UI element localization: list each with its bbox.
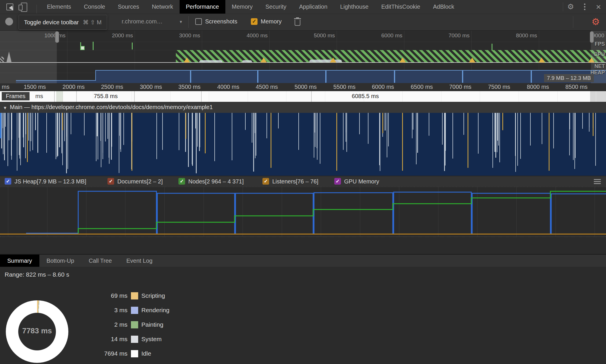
record-button[interactable]: [5, 18, 13, 25]
performance-toolbar: Toggle device toolbar ⌘ ⇧ M r.chrome.com…: [0, 14, 606, 30]
activity-tick: [412, 113, 412, 138]
details-tab-event-log[interactable]: Event Log: [119, 255, 160, 267]
tab-elements[interactable]: Elements: [41, 0, 77, 14]
disclosure-triangle-icon[interactable]: ▼: [3, 105, 7, 110]
screenshots-checkbox[interactable]: [195, 18, 202, 25]
activity-tick: [573, 113, 574, 160]
legend-label: Idle: [141, 350, 151, 357]
details-tab-call-tree[interactable]: Call Tree: [81, 255, 119, 267]
check-icon: ✓: [251, 18, 258, 25]
activity-tick: [589, 113, 589, 127]
activity-tick: [3, 113, 3, 128]
details-tab-bottom-up[interactable]: Bottom-Up: [39, 255, 82, 267]
frames-track[interactable]: Frames ms 755.8 ms 6085.5 ms: [0, 91, 606, 102]
timeline-overview[interactable]: 1000 ms2000 ms3000 ms4000 ms5000 ms6000 …: [0, 30, 606, 84]
legend-row: 7694 msIdle: [81, 350, 226, 359]
legend-row: 14 msSystem: [81, 335, 226, 344]
legend-swatch-rendering: [131, 307, 138, 314]
main-track-header[interactable]: ▼ Main — https://developer.chrome.com/de…: [0, 102, 606, 113]
memory-counters-chart[interactable]: [0, 187, 606, 237]
tab-lighthouse[interactable]: Lighthouse: [334, 0, 375, 14]
activity-tick: [520, 113, 521, 159]
ruler-tick-label: 6000 ms: [372, 84, 394, 90]
chevron-down-icon[interactable]: ▼: [179, 20, 183, 24]
documents-checkbox[interactable]: ✓: [107, 178, 114, 185]
selection-handle-left[interactable]: [55, 31, 59, 43]
warning-triangle-icon: [184, 58, 190, 62]
activity-tick: [359, 113, 360, 134]
lane-label-fps: FPS: [595, 41, 605, 47]
activity-tick: [379, 113, 380, 165]
tab-adblock[interactable]: AdBlock: [427, 0, 461, 14]
main-track-title: Main — https://developer.chrome.com/devt…: [10, 104, 213, 111]
activity-tick: [96, 113, 96, 161]
tab-sources[interactable]: Sources: [112, 0, 145, 14]
activity-tick: [123, 113, 124, 145]
frame-ruler-tick: [132, 91, 132, 102]
activity-tick: [119, 113, 120, 136]
gpu-memory-checkbox[interactable]: ✓: [334, 178, 341, 185]
activity-tick: [62, 113, 63, 130]
activity-tick: [30, 113, 30, 151]
activity-tick: [17, 113, 17, 171]
details-tab-summary[interactable]: Summary: [0, 255, 39, 267]
activity-tick: [205, 113, 206, 153]
settings-gear-icon[interactable]: ⚙: [563, 0, 578, 14]
warning-triangle-icon: [260, 58, 267, 62]
tab-memory[interactable]: Memory: [225, 0, 259, 14]
activity-tick: [32, 113, 33, 150]
device-toolbar-icon-inner: [19, 5, 23, 10]
ruler-partial-label: ms: [2, 84, 10, 90]
ruler-tick-label: 3500 ms: [178, 84, 201, 90]
track-scroll-indicator[interactable]: [0, 113, 1, 138]
activity-tick: [84, 113, 85, 135]
memory-label[interactable]: Memory: [261, 18, 282, 25]
activity-tick: [317, 113, 317, 148]
tab-console[interactable]: Console: [77, 0, 111, 14]
nodes-checkbox[interactable]: ✓: [178, 178, 185, 185]
activity-tick: [9, 113, 9, 140]
js-heap-checkbox[interactable]: ✓: [5, 178, 11, 185]
tab-editthiscookie[interactable]: EditThisCookie: [375, 0, 427, 14]
tab-application[interactable]: Application: [293, 0, 334, 14]
profile-url-select[interactable]: r.chrome.com…: [122, 18, 163, 25]
legend-value: 69 ms: [81, 292, 127, 299]
activity-tick: [232, 113, 232, 160]
hamburger-menu-icon[interactable]: [594, 179, 601, 185]
tab-security[interactable]: Security: [259, 0, 293, 14]
heap-range-badge: 7.9 MB – 12.3 MB: [544, 74, 594, 82]
listeners-checkbox[interactable]: ✓: [262, 178, 269, 185]
tab-performance[interactable]: Performance: [180, 0, 226, 14]
counter-label: Listeners[76 – 76]: [272, 178, 318, 185]
activity-tick: [549, 113, 550, 171]
panel-tabs: ElementsConsoleSourcesNetworkPerformance…: [41, 0, 461, 14]
screenshots-label[interactable]: Screenshots: [205, 18, 237, 25]
legend-row: 69 msScripting: [81, 292, 226, 301]
frame-ruler-tick: [325, 91, 325, 102]
tabbar-right-controls: ⚙ ×: [563, 0, 606, 14]
activity-tick: [162, 113, 163, 150]
main-flamechart-track[interactable]: [0, 113, 606, 176]
activity-tick: [402, 113, 403, 171]
fps-mark: [93, 42, 94, 50]
cpu-hump: [199, 60, 222, 62]
trash-icon[interactable]: [294, 17, 301, 26]
activity-tick: [553, 113, 554, 148]
ruler-tick-label: 7500 ms: [488, 84, 510, 90]
kebab-menu-icon[interactable]: [578, 3, 591, 10]
activity-tick: [103, 113, 103, 159]
activity-tick: [278, 113, 279, 128]
memory-checkbox[interactable]: ✓: [251, 18, 258, 25]
frame-ruler-tick: [93, 91, 93, 102]
ruler-tick-label: 3000 ms: [140, 84, 162, 90]
selection-handle-right[interactable]: [590, 31, 594, 43]
tabbar-icons: [0, 0, 41, 14]
memory-counters-bar: ✓JS Heap[7.9 MB – 12.3 MB]✓Documents[2 –…: [0, 176, 606, 187]
capture-settings-gear-icon[interactable]: ⚙: [592, 16, 600, 27]
tab-network[interactable]: Network: [145, 0, 179, 14]
devtools-tab-bar: ElementsConsoleSourcesNetworkPerformance…: [0, 0, 606, 14]
close-icon[interactable]: ×: [591, 1, 606, 13]
frame-strip: [56, 91, 63, 102]
legend-label: System: [141, 336, 162, 343]
activity-tick: [59, 113, 60, 147]
